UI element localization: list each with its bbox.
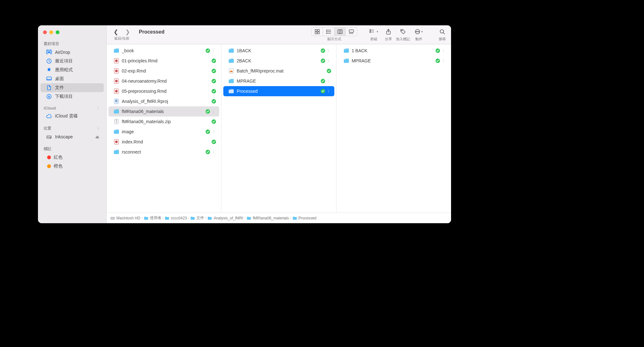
folder-icon [114, 109, 119, 114]
file-row[interactable]: rsconnect〉 [108, 147, 219, 157]
svg-point-59 [115, 141, 118, 143]
sidebar-item-AirDrop[interactable]: AirDrop [40, 48, 104, 57]
sync-icon [206, 150, 210, 154]
sidebar-item-Inkscape[interactable]: Inkscape⏏ [40, 132, 104, 141]
close-button[interactable] [43, 30, 47, 34]
sidebar-item-應用程式[interactable]: 應用程式 [40, 66, 104, 74]
svg-point-36 [401, 30, 402, 31]
sidebar-header-icloud[interactable]: iCloud〉 [38, 105, 106, 112]
sidebar-item-桌面[interactable]: 桌面 [40, 74, 104, 83]
file-row[interactable]: image〉 [108, 127, 219, 137]
svg-point-45 [115, 60, 118, 62]
rmd-icon [114, 139, 119, 145]
minimize-button[interactable] [49, 30, 53, 34]
file-name: 05-preprocessing.Rmd [122, 89, 209, 94]
maximize-button[interactable] [56, 30, 59, 34]
folder-icon [344, 48, 349, 54]
folder-icon [114, 48, 119, 54]
sync-icon [212, 119, 216, 124]
eject-icon[interactable]: ⏏ [95, 134, 99, 139]
group-button-group: ▾ 群組 [367, 27, 381, 41]
file-row[interactable]: _book〉 [108, 46, 219, 56]
file-row[interactable]: 05-preprocessing.Rmd [108, 86, 219, 96]
path-item[interactable]: 文件 [190, 215, 204, 221]
path-item[interactable]: Analysis_of_fMRI [207, 216, 243, 220]
file-name: fMRIana06_materials.zip [122, 119, 209, 124]
file-row[interactable]: 2BACK〉 [223, 56, 334, 66]
action-button[interactable]: ▾ [412, 28, 426, 36]
sidebar-item-label: 桌面 [55, 76, 64, 82]
view-gallery-button[interactable] [346, 28, 357, 36]
view-columns-button[interactable] [334, 28, 346, 36]
sync-icon [321, 59, 325, 63]
path-item[interactable]: 使用者 [144, 215, 161, 221]
sidebar-item-iCloud 雲碟[interactable]: iCloud 雲碟 [40, 112, 104, 121]
view-group: 顯示方式 [311, 27, 357, 41]
chevron-right-icon: 〉 [328, 89, 331, 94]
file-row[interactable]: index.Rmd [108, 137, 219, 147]
sidebar-item-文件[interactable]: 文件 [40, 83, 104, 92]
file-row[interactable]: 02-exp.Rmd [108, 66, 219, 76]
back-button[interactable]: ❮ [114, 28, 118, 35]
svg-rect-31 [370, 29, 371, 31]
sidebar-item-label: 紅色 [54, 155, 63, 160]
file-row[interactable]: MPRAGE〉 [223, 76, 334, 86]
file-name: 1 BACK [352, 48, 433, 53]
main-area: ❮ ❯ 返回/往前 Processed 顯示方式 ▾ 群組 [107, 25, 451, 223]
chevron-right-icon: 〉 [213, 48, 216, 53]
sidebar-item-紅色[interactable]: 紅色 [40, 153, 104, 162]
file-row[interactable]: 04-neuroanatomy.Rmd [108, 76, 219, 86]
svg-rect-62 [229, 60, 234, 63]
file-row[interactable]: Batch_fMRIpreproc.mat [223, 66, 334, 76]
sidebar-header-tags[interactable]: 標記 [38, 146, 106, 153]
path-separator: › [245, 216, 245, 220]
sidebar-item-橙色[interactable]: 橙色 [40, 162, 104, 171]
sidebar-header-favorites[interactable]: 喜好項目 [38, 41, 106, 48]
file-row[interactable]: 01-principles.Rmd [108, 56, 219, 66]
folder-icon [190, 216, 195, 220]
path-item[interactable]: Processed [293, 216, 317, 220]
file-name: index.Rmd [122, 139, 209, 144]
view-list-button[interactable] [323, 28, 334, 36]
sync-icon [212, 59, 216, 63]
file-row[interactable]: 1 BACK〉 [338, 46, 449, 56]
tag-button[interactable] [397, 28, 409, 36]
svg-rect-43 [114, 49, 119, 53]
finder-window: 喜好項目 AirDrop最近項目應用程式桌面文件下載項目 iCloud〉 iCl… [38, 25, 451, 223]
chevron-right-icon: 〉 [328, 59, 331, 63]
window-controls [38, 28, 106, 39]
file-name: Analysis_of_fMRI.Rproj [122, 99, 209, 104]
sidebar-item-最近項目[interactable]: 最近項目 [40, 57, 104, 66]
path-item[interactable]: Macintosh HD [110, 216, 140, 220]
group-button[interactable]: ▾ [367, 28, 381, 36]
path-item[interactable]: cccc0423 [165, 216, 187, 220]
file-row[interactable]: RAnalysis_of_fMRI.Rproj [108, 96, 219, 106]
sync-icon [212, 69, 216, 73]
folder-icon [114, 129, 119, 135]
file-row[interactable]: 1BACK〉 [223, 46, 334, 56]
sync-icon [436, 59, 440, 63]
file-name: 01-principles.Rmd [122, 58, 209, 63]
file-row[interactable]: fMRIana06_materials.zip [108, 117, 219, 127]
sidebar-favorites: 喜好項目 AirDrop最近項目應用程式桌面文件下載項目 [38, 39, 106, 104]
file-row[interactable]: MPRAGE〉 [338, 56, 449, 66]
file-row[interactable]: Processed〉 [223, 86, 334, 96]
view-icons-button[interactable] [312, 28, 323, 36]
share-button[interactable] [383, 28, 394, 36]
svg-point-22 [326, 31, 327, 32]
svg-point-49 [115, 80, 118, 82]
svg-rect-32 [370, 31, 371, 33]
file-row[interactable]: fMRIana06_materials〉 [108, 106, 219, 117]
file-name: fMRIana06_materials [122, 109, 203, 114]
search-button[interactable] [437, 28, 448, 36]
svg-rect-72 [208, 217, 212, 220]
path-separator: › [290, 216, 291, 220]
sidebar-item-下載項目[interactable]: 下載項目 [40, 92, 104, 101]
path-item[interactable]: fMRIana06_materials [247, 216, 289, 220]
forward-button[interactable]: ❯ [125, 28, 130, 35]
rproj-icon: R [114, 98, 119, 104]
sidebar-header-locations[interactable]: 位置〉 [38, 125, 106, 132]
folder-icon [344, 58, 349, 64]
sync-icon [212, 99, 216, 104]
folder-icon [228, 48, 234, 54]
